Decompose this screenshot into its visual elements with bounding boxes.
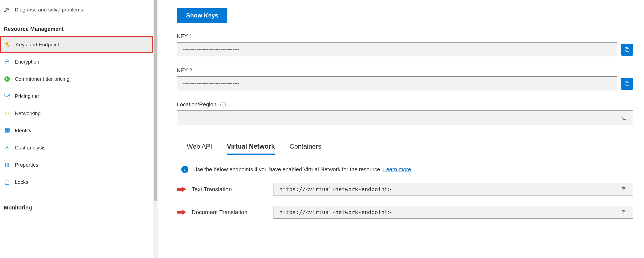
sidebar-scrollbar[interactable] [153, 0, 158, 258]
lock-icon [3, 58, 11, 66]
svg-rect-14 [5, 182, 9, 184]
sidebar-label: Identity [15, 128, 31, 134]
copy-key1-button[interactable] [621, 44, 633, 56]
document-translation-label: Document Translation [192, 209, 268, 215]
sidebar-item-pricing-tier[interactable]: Pricing tier [0, 88, 153, 105]
show-keys-button[interactable]: Show Keys [177, 8, 227, 23]
sidebar: Diagnose and solve problems Resource Man… [0, 0, 153, 258]
info-icon[interactable]: i [220, 102, 226, 107]
svg-rect-3 [5, 62, 9, 64]
sidebar-section-resource-management: Resource Management [0, 18, 153, 36]
lock-icon [3, 178, 11, 186]
svg-rect-15 [626, 49, 629, 52]
tab-virtual-network[interactable]: Virtual Network [227, 143, 275, 155]
learn-more-link[interactable]: Learn more [383, 166, 411, 172]
key2-input[interactable] [177, 76, 617, 91]
sidebar-item-encryption[interactable]: Encryption [0, 53, 153, 70]
pricing-chart-icon [3, 92, 11, 100]
sidebar-item-networking[interactable]: Networking [0, 105, 153, 122]
identity-icon [3, 127, 11, 134]
main-content: Show Keys KEY 1 KEY 2 Location/Region i … [158, 0, 644, 258]
sidebar-label: Networking [15, 110, 41, 116]
sidebar-label: Properties [15, 162, 38, 168]
location-label: Location/Region i [177, 101, 633, 108]
key1-label: KEY 1 [177, 33, 633, 40]
sidebar-label: Commitment tier pricing [15, 76, 70, 82]
text-translation-label: Text Translation [192, 186, 268, 193]
arrow-icon [177, 187, 186, 192]
key-icon [4, 41, 12, 49]
svg-rect-19 [623, 188, 626, 191]
sidebar-label: Pricing tier [15, 93, 39, 99]
info-icon: i [181, 166, 188, 173]
copy-location-button[interactable] [619, 113, 629, 123]
svg-rect-2 [8, 46, 9, 47]
tab-web-api[interactable]: Web API [187, 143, 212, 155]
wrench-icon [3, 6, 11, 14]
copy-doc-endpoint-button[interactable] [619, 207, 629, 217]
sidebar-label: Encryption [15, 59, 39, 65]
arrow-icon [177, 209, 186, 215]
endpoint-tabs: Web API Virtual Network Containers [177, 143, 633, 155]
key1-input[interactable] [177, 42, 617, 57]
sidebar-item-diagnose[interactable]: Diagnose and solve problems [0, 1, 153, 18]
svg-rect-16 [626, 83, 629, 86]
tab-containers[interactable]: Containers [290, 143, 321, 155]
sidebar-label: Keys and Endpoint [16, 42, 59, 48]
location-input[interactable] [177, 110, 633, 125]
svg-marker-18 [177, 187, 186, 192]
svg-text:$: $ [6, 77, 8, 81]
svg-text:.: . [8, 146, 9, 148]
svg-marker-20 [177, 209, 186, 215]
copy-text-endpoint-button[interactable] [619, 184, 629, 194]
copy-key2-button[interactable] [621, 78, 633, 90]
sidebar-section-monitoring: Monitoring [0, 196, 153, 215]
cost-icon: $. [3, 144, 11, 152]
sidebar-label: Locks [15, 179, 28, 185]
vnet-info-banner: i Use the below endpoints if you have en… [177, 166, 633, 173]
sidebar-item-locks[interactable]: Locks [0, 173, 153, 191]
properties-icon [3, 161, 11, 169]
dollar-circle-icon: $ [3, 75, 11, 83]
svg-rect-8 [5, 128, 10, 130]
sidebar-item-commitment-tier[interactable]: $ Commitment tier pricing [0, 70, 153, 88]
network-icon [3, 110, 11, 117]
svg-rect-21 [623, 211, 626, 214]
svg-rect-17 [623, 117, 626, 120]
sidebar-item-keys-endpoint[interactable]: Keys and Endpoint [0, 36, 153, 53]
sidebar-item-properties[interactable]: Properties [0, 156, 153, 173]
scrollbar-thumb[interactable] [154, 0, 157, 201]
sidebar-label: Cost analysis [15, 145, 46, 151]
sidebar-item-cost-analysis[interactable]: $. Cost analysis [0, 139, 153, 156]
text-translation-endpoint[interactable]: https://<virtual-network-endpoint> [274, 183, 633, 196]
document-translation-endpoint[interactable]: https://<virtual-network-endpoint> [274, 206, 633, 219]
sidebar-item-identity[interactable]: Identity [0, 122, 153, 139]
svg-rect-7 [5, 129, 10, 133]
sidebar-label: Diagnose and solve problems [15, 7, 83, 13]
key2-label: KEY 2 [177, 67, 633, 74]
